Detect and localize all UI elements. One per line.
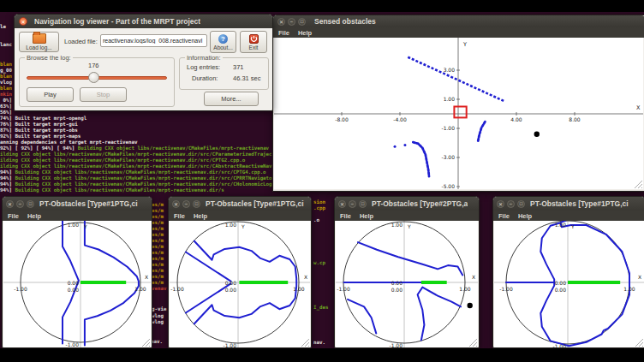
svg-text:-5.00: -5.00	[441, 183, 455, 189]
menu-help[interactable]: Help	[360, 212, 373, 220]
sensed-titlebar[interactable]: ✕ − □ Sensed obstacles	[273, 15, 644, 27]
load-log-label: Load log...	[26, 45, 51, 50]
svg-text:Y: Y	[241, 223, 245, 229]
sensed-obstacles-plot[interactable]: -8.00-4.004.008.003.001.00-1.00-3.00-5.0…	[274, 38, 643, 189]
pt-obstacles-window-2: ✕ − □ PT-Obstacles [Type#1PTG,ci File He…	[168, 196, 312, 348]
close-icon[interactable]: ✕	[19, 17, 27, 26]
svg-text:-1.00: -1.00	[552, 343, 566, 347]
svg-text:1.00: 1.00	[623, 286, 635, 292]
svg-text:X: X	[636, 104, 641, 111]
sensed-menubar: File Help	[273, 27, 644, 38]
svg-text:X: X	[145, 274, 148, 280]
close-icon[interactable]: ✕	[172, 200, 180, 208]
stop-button[interactable]: Stop	[80, 87, 127, 102]
svg-text:X: X	[304, 274, 307, 280]
screen-bottom-letterbox	[0, 348, 644, 362]
pt1-titlebar[interactable]: ✕ − □ PT-Obstacles [Type#1PTG,ci	[3, 197, 152, 211]
svg-text:0.00: 0.00	[391, 280, 403, 286]
menu-help[interactable]: Help	[518, 212, 532, 220]
pt2-titlebar[interactable]: ✕ − □ PT-Obstacles [Type#1PTG,ci	[169, 197, 311, 211]
minimize-icon[interactable]: −	[288, 18, 295, 26]
close-icon[interactable]: ✕	[6, 200, 14, 208]
pt4-menubar: File Help	[493, 211, 644, 221]
exit-label: Exit	[249, 45, 259, 50]
svg-text:X: X	[472, 274, 475, 280]
svg-text:Y: Y	[407, 223, 411, 229]
svg-text:1.00: 1.00	[134, 286, 146, 292]
menu-file[interactable]: File	[174, 212, 185, 220]
loaded-file-input[interactable]	[100, 34, 207, 47]
svg-text:0.00: 0.00	[68, 287, 80, 293]
svg-text:1.00: 1.00	[555, 222, 567, 228]
maximize-icon[interactable]: □	[359, 200, 367, 208]
more-button[interactable]: More...	[204, 92, 259, 106]
window-title: PT-Obstacles [Type#2PTG,a	[372, 199, 468, 208]
pt3-titlebar[interactable]: ✕ − □ PT-Obstacles [Type#2PTG,a	[335, 197, 479, 211]
close-icon[interactable]: ✕	[497, 200, 504, 208]
pt4-titlebar[interactable]: ✕ − □ PT-Obstacles [Type#1PTG,ci	[493, 197, 644, 211]
svg-text:0.00: 0.00	[225, 287, 237, 293]
window-title: PT-Obstacles [Type#1PTG,ci	[39, 199, 138, 208]
svg-text:0.00: 0.00	[555, 287, 567, 293]
svg-text:1.00: 1.00	[68, 222, 80, 228]
maximize-icon[interactable]: □	[298, 18, 306, 26]
more-label: More...	[221, 95, 241, 103]
svg-text:1.00: 1.00	[293, 286, 305, 292]
play-label: Play	[44, 91, 57, 98]
pt-obstacles-plot-4[interactable]: -1.000.000.001.001.00-1.00YX	[494, 221, 644, 347]
load-log-button[interactable]: Load log...	[19, 32, 59, 52]
minimize-icon[interactable]: −	[507, 200, 515, 208]
svg-text:0.00: 0.00	[225, 280, 237, 286]
svg-text:-8.00: -8.00	[335, 116, 349, 122]
exit-icon	[249, 34, 259, 44]
svg-text:0.00: 0.00	[68, 280, 80, 286]
pt-obstacles-window-4: ✕ − □ PT-Obstacles [Type#1PTG,ci File He…	[492, 196, 644, 348]
log-slider-handle[interactable]	[88, 72, 99, 83]
close-icon[interactable]: ✕	[277, 18, 285, 26]
menu-help[interactable]: Help	[27, 212, 41, 220]
svg-text:0.00: 0.00	[555, 280, 567, 286]
svg-text:-1.00: -1.00	[14, 286, 27, 292]
log-entries-label: Log entries:	[187, 63, 220, 71]
log-entries-value: 371	[233, 63, 244, 71]
pt-obstacles-window-1: ✕ − □ PT-Obstacles [Type#1PTG,ci File He…	[2, 196, 152, 348]
svg-text:-3.00: -3.00	[441, 154, 455, 160]
minimize-icon[interactable]: −	[182, 200, 190, 208]
exit-button[interactable]: Exit	[240, 31, 267, 53]
svg-text:-1.00: -1.00	[223, 342, 236, 347]
pt-obstacles-window-3: ✕ − □ PT-Obstacles [Type#2PTG,a File Hel…	[334, 196, 480, 348]
svg-text:-1.00: -1.00	[499, 286, 513, 292]
slider-value: 176	[88, 62, 99, 69]
menu-file[interactable]: File	[278, 29, 289, 37]
about-button[interactable]: ? About...	[210, 31, 236, 53]
menu-help[interactable]: Help	[194, 212, 207, 220]
about-label: About...	[213, 45, 232, 50]
close-icon[interactable]: ✕	[338, 200, 346, 208]
svg-text:8.00: 8.00	[569, 116, 581, 122]
svg-text:1.00: 1.00	[444, 96, 456, 102]
svg-text:1.00: 1.00	[459, 286, 471, 292]
svg-text:-1.00: -1.00	[170, 286, 184, 292]
menu-help[interactable]: Help	[298, 29, 312, 37]
maximize-icon[interactable]: □	[193, 200, 200, 208]
question-icon: ?	[218, 34, 228, 44]
pt-obstacles-plot-3[interactable]: -1.000.000.001.001.00-1.00YX	[336, 221, 478, 347]
svg-text:Y: Y	[462, 41, 467, 48]
svg-text:1.00: 1.00	[225, 222, 237, 228]
maximize-icon[interactable]: □	[517, 200, 525, 208]
play-button[interactable]: Play	[27, 87, 74, 102]
menu-file[interactable]: File	[340, 212, 351, 220]
minimize-icon[interactable]: −	[16, 200, 24, 208]
pt-obstacles-plot-1[interactable]: -1.000.000.001.001.00-1.00YX	[3, 221, 151, 347]
window-title: Navigation log viewer - Part of the MRPT…	[34, 17, 200, 26]
menu-file[interactable]: File	[498, 212, 510, 220]
pt-obstacles-plot-2[interactable]: -1.000.000.001.001.00-1.00YX	[170, 221, 310, 347]
navlog-titlebar[interactable]: ✕ Navigation log viewer - Part of the MR…	[15, 15, 272, 28]
loaded-file-label: Loaded file:	[64, 38, 98, 45]
duration-value: 46.31 sec	[233, 74, 261, 82]
maximize-icon[interactable]: □	[27, 200, 34, 208]
minimize-icon[interactable]: −	[349, 200, 356, 208]
svg-text:-1.00: -1.00	[337, 286, 350, 292]
menu-file[interactable]: File	[8, 212, 19, 220]
svg-text:Y: Y	[83, 223, 87, 229]
